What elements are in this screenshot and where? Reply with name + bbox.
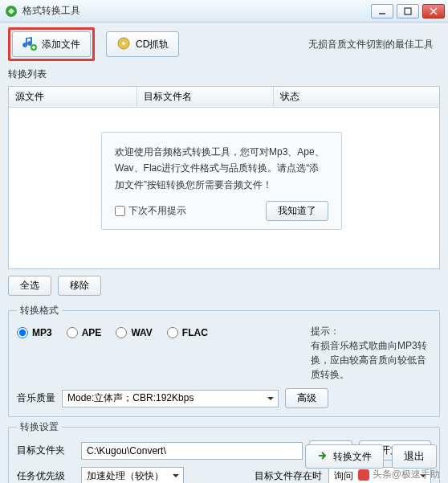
close-button[interactable] bbox=[422, 4, 445, 18]
format-flac-radio[interactable]: FLAC bbox=[167, 327, 208, 338]
file-list[interactable]: 欢迎使用音频格式转换工具，您可对Mp3、Ape、Wav、Flac进行文件格式与品… bbox=[9, 108, 439, 268]
format-wav-radio[interactable]: WAV bbox=[116, 327, 152, 338]
col-status[interactable]: 状态 bbox=[274, 87, 439, 107]
exists-label: 目标文件存在时 bbox=[255, 469, 322, 483]
minimize-button[interactable] bbox=[371, 4, 393, 18]
cd-rip-label: CD抓轨 bbox=[136, 38, 169, 51]
col-target[interactable]: 目标文件名 bbox=[137, 87, 274, 107]
remove-button[interactable]: 移除 bbox=[58, 276, 101, 296]
list-section-label: 转换列表 bbox=[0, 66, 448, 83]
format-hint: 提示： 有损音乐格式歌曲向MP3转换，应由较高音质向较低音质转换。 bbox=[311, 324, 431, 382]
add-file-label: 添加文件 bbox=[42, 38, 80, 51]
format-fieldset: 转换格式 MP3 APE WAV FLAC 提示： 有损音乐格式歌曲向MP3转换… bbox=[8, 304, 440, 417]
app-icon bbox=[5, 5, 18, 18]
svg-point-7 bbox=[122, 42, 125, 45]
quality-select[interactable]: Mode:立体声；CBR:192Kbps bbox=[62, 390, 279, 407]
add-file-button[interactable]: 添加文件 bbox=[12, 31, 91, 57]
convert-arrow-icon bbox=[317, 450, 328, 464]
col-source[interactable]: 源文件 bbox=[9, 87, 137, 107]
music-add-icon bbox=[22, 36, 37, 53]
settings-legend: 转换设置 bbox=[17, 420, 62, 434]
priority-label: 任务优先级 bbox=[17, 469, 75, 483]
format-mp3-radio[interactable]: MP3 bbox=[17, 327, 52, 338]
target-folder-input[interactable]: C:\Kugou\Convert\ bbox=[81, 442, 303, 460]
exit-button[interactable]: 退出 bbox=[392, 444, 437, 469]
target-folder-label: 目标文件夹 bbox=[17, 444, 75, 457]
welcome-ok-button[interactable]: 我知道了 bbox=[266, 201, 328, 221]
cd-icon bbox=[116, 36, 131, 53]
list-header: 源文件 目标文件名 状态 bbox=[9, 87, 439, 108]
select-all-button[interactable]: 全选 bbox=[8, 276, 51, 296]
maximize-button[interactable] bbox=[397, 4, 419, 18]
window-title: 格式转换工具 bbox=[22, 4, 371, 18]
watermark-icon bbox=[358, 469, 369, 481]
svg-rect-2 bbox=[405, 8, 411, 14]
priority-select[interactable]: 加速处理（较快） bbox=[81, 467, 184, 483]
format-ape-radio[interactable]: APE bbox=[67, 327, 102, 338]
advanced-button[interactable]: 高级 bbox=[285, 388, 328, 408]
highlight-box: 添加文件 bbox=[8, 27, 95, 61]
dont-show-label: 下次不用提示 bbox=[128, 203, 186, 219]
quality-label: 音乐质量 bbox=[17, 391, 55, 405]
tagline-text: 无损音质文件切割的最佳工具 bbox=[308, 38, 440, 51]
cd-rip-button[interactable]: CD抓轨 bbox=[106, 31, 179, 57]
watermark: 头条@极速手助 bbox=[358, 468, 440, 481]
welcome-panel: 欢迎使用音频格式转换工具，您可对Mp3、Ape、Wav、Flac进行文件格式与品… bbox=[101, 132, 342, 230]
welcome-text: 欢迎使用音频格式转换工具，您可对Mp3、Ape、Wav、Flac进行文件格式与品… bbox=[115, 144, 328, 193]
format-legend: 转换格式 bbox=[17, 304, 62, 317]
dont-show-checkbox[interactable]: 下次不用提示 bbox=[115, 203, 186, 219]
convert-button[interactable]: 转换文件 bbox=[305, 444, 384, 469]
